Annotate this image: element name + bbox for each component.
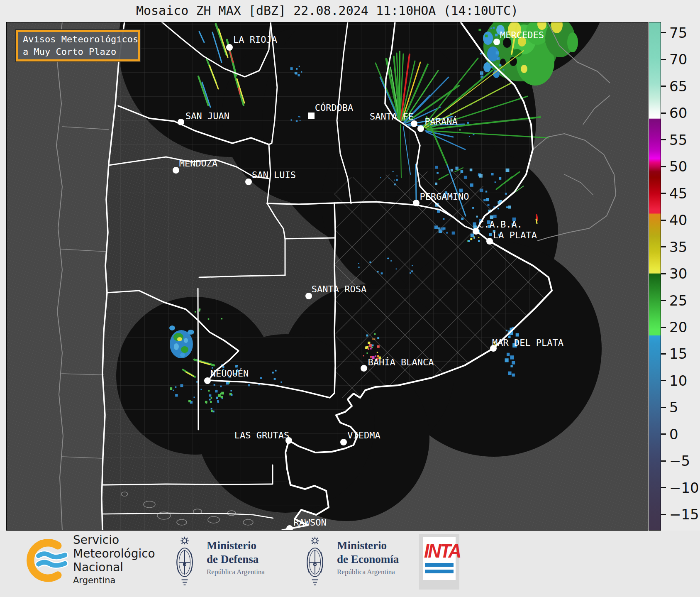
echo-speckle bbox=[497, 37, 498, 38]
city-label-la-rioja: LA RIOJA bbox=[233, 34, 277, 45]
inta-wordmark: INTA bbox=[424, 540, 454, 562]
echo-speckle bbox=[490, 215, 493, 219]
echo-speckle bbox=[495, 34, 498, 36]
echo-blob bbox=[483, 32, 493, 45]
colorbar-tick-label: 60 bbox=[669, 105, 687, 121]
colorbar-tick-label: 45 bbox=[669, 185, 687, 202]
city-label-viedma: VIEDMA bbox=[347, 430, 380, 440]
colorbar-tick bbox=[661, 273, 666, 274]
city-marker-cordoba bbox=[308, 113, 315, 119]
city-label-pergamino: PERGAMINO bbox=[420, 191, 469, 202]
echo-speckle bbox=[492, 50, 495, 53]
echo-speckle bbox=[506, 206, 508, 208]
colorbar-tick bbox=[661, 220, 666, 221]
echo-speckle bbox=[508, 372, 512, 375]
city-marker-bahia-blanca bbox=[361, 365, 367, 372]
echo-speckle bbox=[516, 333, 519, 337]
city-marker-santa-rosa bbox=[305, 293, 312, 299]
colorbar-tick bbox=[661, 433, 666, 435]
economia-coat-of-arms-icon bbox=[300, 532, 330, 590]
colorbar-tick bbox=[661, 353, 666, 355]
city-label-santa-rosa: SANTA ROSA bbox=[312, 284, 366, 294]
colorbar-tick-label: 70 bbox=[669, 51, 687, 68]
defensa-line: Ministerio bbox=[207, 539, 265, 553]
echo-speckle bbox=[493, 215, 497, 218]
radar-mosaic-page: Mosaico ZH MAX [dBZ] 22.08.2024 11:10HOA… bbox=[0, 0, 700, 597]
city-label-neuquen: NEUQUÉN bbox=[210, 368, 249, 379]
colorbar-tick-label: 55 bbox=[669, 132, 687, 148]
echo-speckle bbox=[490, 27, 492, 29]
colorbar-tick bbox=[661, 59, 666, 60]
inta-bar bbox=[425, 563, 454, 567]
economia-wordmark: Ministerio de Economía República Argenti… bbox=[337, 539, 399, 576]
echo-speckle bbox=[505, 358, 508, 362]
echo-blob bbox=[537, 18, 546, 30]
colorbar-tick-label: 65 bbox=[669, 78, 687, 95]
colorbar-tick bbox=[661, 327, 666, 328]
city-label-caba: C.A.B.A. bbox=[478, 219, 522, 230]
radar-map: LA RIOJAMERCEDESSAN JUANCÓRDOBASANTA FEP… bbox=[0, 0, 700, 597]
echo-speckle bbox=[478, 29, 481, 31]
colorbar-tick-label: 5 bbox=[669, 399, 678, 416]
warning-line-2: a Muy Corto Plazo bbox=[23, 46, 138, 58]
province-border bbox=[102, 484, 272, 485]
echo-speckle bbox=[499, 64, 501, 66]
colorbar-tick-label: 30 bbox=[669, 265, 687, 282]
city-marker-pergamino bbox=[413, 200, 420, 206]
warning-box[interactable]: Avisos Meteorológicos a Muy Corto Plazo bbox=[16, 30, 140, 61]
echo-speckle bbox=[498, 208, 499, 210]
city-marker-la-rioja bbox=[226, 44, 233, 51]
smn-logo bbox=[24, 535, 71, 590]
city-label-rawson: RAWSON bbox=[293, 517, 326, 528]
province-border bbox=[198, 289, 198, 430]
city-label-parana: PARANÁ bbox=[424, 116, 457, 127]
city-label-mar-del-plata: MAR DEL PLATA bbox=[492, 338, 563, 348]
smn-line: Servicio bbox=[73, 533, 155, 547]
map-root: LA RIOJAMERCEDESSAN JUANCÓRDOBASANTA FEP… bbox=[6, 0, 648, 532]
colorbar-tick-label: 35 bbox=[669, 239, 687, 255]
colorbar-tick-label: 50 bbox=[669, 158, 687, 175]
echo-speckle bbox=[489, 233, 492, 236]
echo-speckle bbox=[485, 34, 488, 37]
colorbar-tick-label: 25 bbox=[669, 292, 687, 309]
echo-speckle bbox=[507, 353, 510, 356]
colorbar-tick bbox=[661, 166, 666, 167]
echo-streak bbox=[536, 219, 537, 223]
colorbar-tick bbox=[661, 380, 666, 381]
city-marker-neuquen bbox=[204, 377, 211, 384]
city-marker-san-juan bbox=[178, 119, 184, 125]
defensa-subtitle: República Argentina bbox=[207, 568, 265, 576]
defensa-coat-of-arms-icon bbox=[169, 532, 200, 590]
colorbar-tick bbox=[661, 407, 666, 408]
colorbar-tick bbox=[661, 300, 666, 301]
colorbar-gradient bbox=[649, 22, 661, 531]
echo-speckle bbox=[512, 374, 515, 377]
defensa-line: de Defensa bbox=[207, 553, 265, 566]
footer: Servicio Meteorológico Nacional Argentin… bbox=[0, 531, 700, 597]
city-marker-san-luis bbox=[245, 179, 252, 185]
echo-speckle bbox=[512, 361, 515, 365]
colorbar-tick bbox=[661, 32, 666, 33]
city-label-san-luis: SAN LUIS bbox=[252, 170, 296, 180]
city-label-bahia-blanca: BAHÍA BLANCA bbox=[368, 357, 434, 367]
city-marker-mercedes bbox=[493, 39, 500, 45]
colorbar-tick-label: 0 bbox=[669, 426, 678, 443]
economia-subtitle: República Argentina bbox=[337, 568, 399, 576]
echo-blob bbox=[567, 32, 578, 52]
city-marker-parana bbox=[417, 125, 424, 132]
colorbar-tick-label: −10 bbox=[669, 480, 699, 496]
colorbar-tick bbox=[661, 246, 666, 247]
colorbar-tick bbox=[661, 460, 666, 462]
colorbar-tick bbox=[661, 86, 666, 87]
colorbar-tick bbox=[661, 139, 666, 140]
echo-speckle bbox=[508, 206, 511, 208]
colorbar-tick-label: −5 bbox=[669, 453, 690, 469]
colorbar-tick-label: 75 bbox=[669, 24, 687, 41]
city-marker-mendoza bbox=[173, 167, 179, 174]
echo-blob bbox=[551, 17, 563, 33]
smn-line: Nacional bbox=[73, 560, 155, 574]
defensa-wordmark: Ministerio de Defensa República Argentin… bbox=[207, 539, 265, 576]
colorbar-tick-label: 15 bbox=[669, 345, 687, 362]
inta-logo-inner: INTA bbox=[423, 537, 456, 580]
colorbar-tick bbox=[661, 487, 666, 488]
